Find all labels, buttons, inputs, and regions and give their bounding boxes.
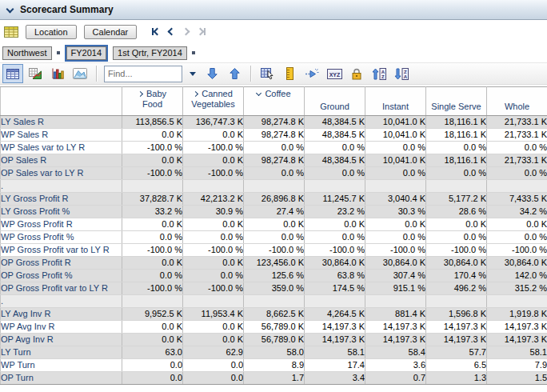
grid-chart-view-button[interactable] bbox=[25, 64, 46, 83]
cell[interactable]: -100.0 % bbox=[122, 282, 183, 295]
cell[interactable]: 0.0 % bbox=[244, 167, 305, 180]
row-label[interactable]: LY Avg Inv R bbox=[1, 308, 122, 321]
cell[interactable]: 21,733.1 K bbox=[487, 129, 547, 142]
row-label[interactable]: LY Gross Profit % bbox=[1, 206, 122, 218]
cell[interactable]: -100.0 % bbox=[244, 244, 305, 257]
cell[interactable]: 0.7 bbox=[365, 372, 426, 385]
cell[interactable]: 48,384.5 K bbox=[305, 154, 365, 167]
cell[interactable]: 0.0 % bbox=[122, 231, 183, 244]
cell[interactable]: 0.0 K bbox=[122, 218, 183, 231]
pivot-view-button[interactable] bbox=[2, 64, 23, 83]
cell[interactable]: 136,747.3 K bbox=[183, 116, 244, 129]
cell[interactable]: 0.0 K bbox=[305, 218, 365, 231]
cell[interactable]: -100.0 % bbox=[122, 142, 183, 154]
column-header-single-serve[interactable]: Single Serve bbox=[426, 87, 487, 116]
cell[interactable]: 48,384.5 K bbox=[305, 116, 365, 129]
cell[interactable]: 0.0 K bbox=[183, 334, 244, 346]
cell[interactable]: 307.4 % bbox=[365, 270, 426, 282]
cell[interactable]: 21,733.1 K bbox=[487, 116, 547, 129]
chevron-down-icon[interactable] bbox=[256, 90, 262, 96]
cell[interactable]: 0.0 K bbox=[122, 334, 183, 346]
cell[interactable]: -100.0 % bbox=[183, 167, 244, 180]
row-label[interactable]: OP Gross Profit % bbox=[1, 270, 122, 282]
column-header-ground[interactable]: Ground bbox=[305, 87, 365, 116]
cell[interactable]: 27.4 % bbox=[244, 206, 305, 218]
select-region-button[interactable] bbox=[257, 64, 277, 83]
bar-chart-view-button[interactable] bbox=[47, 64, 68, 83]
find-next-button[interactable] bbox=[202, 64, 222, 83]
cell[interactable]: 10,041.0 K bbox=[365, 129, 426, 142]
ruler-button[interactable] bbox=[279, 64, 300, 83]
cell[interactable]: 8.9 bbox=[244, 359, 305, 372]
cell[interactable]: 11,953.4 K bbox=[183, 308, 244, 321]
row-label[interactable]: WP Gross Profit R bbox=[1, 218, 122, 231]
filter-chip-quarter[interactable]: 1st Qrtr, FY2014 bbox=[113, 46, 187, 60]
cell[interactable]: 123,456.0 K bbox=[244, 257, 305, 270]
cell[interactable]: 62.9 bbox=[183, 346, 244, 359]
filter-chip-fy2014[interactable]: FY2014 bbox=[66, 46, 107, 60]
cell[interactable]: 0.0 % bbox=[487, 231, 547, 244]
cell[interactable]: 0.0 K bbox=[244, 218, 305, 231]
cell[interactable]: 63.8 % bbox=[305, 270, 365, 282]
cell[interactable]: 174.5 % bbox=[305, 282, 365, 295]
lock-button[interactable] bbox=[346, 64, 367, 83]
cell[interactable]: 0.0 K bbox=[122, 321, 183, 334]
cell[interactable]: 170.4 % bbox=[426, 270, 487, 282]
cell[interactable]: -100.0 % bbox=[365, 244, 426, 257]
cell[interactable]: 56,789.0 K bbox=[244, 334, 305, 346]
last-page-icon[interactable] bbox=[198, 28, 206, 35]
cell[interactable]: 30.3 % bbox=[365, 206, 426, 218]
row-label[interactable]: WP Sales var to LY R bbox=[1, 142, 122, 154]
row-label[interactable]: OP Gross Profit var to LY R bbox=[1, 282, 122, 295]
cell[interactable]: 0.0 bbox=[183, 372, 244, 385]
cell[interactable]: 42,213.2 K bbox=[183, 193, 244, 206]
cell[interactable]: 58.4 bbox=[365, 346, 426, 359]
cell[interactable]: 58.1 bbox=[487, 346, 547, 359]
cell[interactable]: 1,919.8 K bbox=[487, 308, 547, 321]
cell[interactable]: 14,197.3 K bbox=[426, 334, 487, 346]
cell[interactable]: 0.0 K bbox=[426, 218, 487, 231]
collapse-panel-icon[interactable] bbox=[6, 5, 14, 13]
cell[interactable]: 18,116.1 K bbox=[426, 116, 487, 129]
cell[interactable]: 30,864.0 K bbox=[305, 257, 365, 270]
tab-calendar[interactable]: Calendar bbox=[84, 25, 138, 39]
sort-descending-button[interactable]: Z A bbox=[391, 64, 412, 83]
column-header-baby-food[interactable]: BabyFood bbox=[122, 87, 183, 116]
cell[interactable]: 0.0 % bbox=[183, 231, 244, 244]
cell[interactable]: 0.0 % bbox=[305, 231, 365, 244]
cell[interactable]: -100.0 % bbox=[183, 244, 244, 257]
row-label[interactable]: WP Gross Profit % bbox=[1, 231, 122, 244]
cell[interactable]: 3,040.4 K bbox=[365, 193, 426, 206]
cell[interactable]: 11,245.7 K bbox=[305, 193, 365, 206]
cell[interactable]: 0.0 K bbox=[183, 218, 244, 231]
cell[interactable]: 0.0 % bbox=[426, 231, 487, 244]
cell[interactable]: 0.0 bbox=[122, 372, 183, 385]
find-previous-button[interactable] bbox=[224, 64, 245, 83]
cell[interactable]: 142.0 % bbox=[487, 270, 547, 282]
cell[interactable]: 0.0 K bbox=[183, 321, 244, 334]
row-label[interactable]: WP Sales R bbox=[1, 129, 122, 142]
column-header-instant[interactable]: Instant bbox=[365, 87, 426, 116]
cell[interactable]: 14,197.3 K bbox=[305, 321, 365, 334]
cell[interactable]: 30,864.0 K bbox=[426, 257, 487, 270]
cell[interactable]: 0.0 bbox=[122, 359, 183, 372]
cell[interactable]: -100.0 % bbox=[183, 282, 244, 295]
cell[interactable]: 113,856.5 K bbox=[122, 116, 183, 129]
cell[interactable]: 0.0 % bbox=[305, 142, 365, 154]
row-label[interactable]: OP Avg Inv R bbox=[1, 334, 122, 346]
cell[interactable]: 5,177.2 K bbox=[426, 193, 487, 206]
cell[interactable]: 28.6 % bbox=[426, 206, 487, 218]
cell[interactable]: 0.0 K bbox=[183, 257, 244, 270]
cell[interactable]: 37,828.7 K bbox=[122, 193, 183, 206]
cell[interactable]: 0.0 K bbox=[122, 154, 183, 167]
cell[interactable]: 9,952.5 K bbox=[122, 308, 183, 321]
cell[interactable]: 17.4 bbox=[305, 359, 365, 372]
cell[interactable]: 33.2 % bbox=[122, 206, 183, 218]
cell[interactable]: 14,197.3 K bbox=[365, 321, 426, 334]
cell[interactable]: 3.4 bbox=[305, 372, 365, 385]
cell[interactable]: 1,596.8 K bbox=[426, 308, 487, 321]
row-label[interactable]: OP Gross Profit R bbox=[1, 257, 122, 270]
cell[interactable]: 0.0 % bbox=[122, 270, 183, 282]
pivot-layout-icon[interactable] bbox=[4, 26, 18, 38]
row-label[interactable]: OP Sales var to LY R bbox=[1, 167, 122, 180]
